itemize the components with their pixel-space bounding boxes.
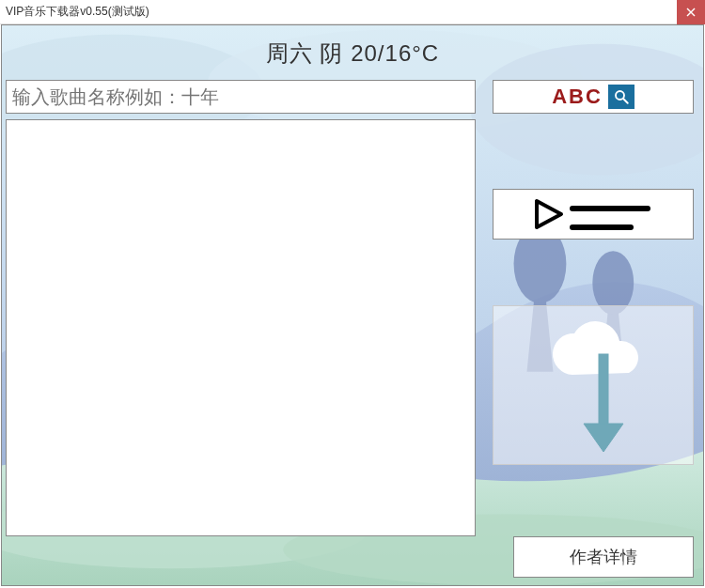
cloud-download-icon xyxy=(537,315,650,456)
main-area: ABC xyxy=(2,80,703,536)
play-button[interactable] xyxy=(493,189,694,240)
close-icon xyxy=(686,8,696,17)
results-list[interactable] xyxy=(6,119,476,536)
app-body: 周六 阴 20/16°C ABC xyxy=(1,24,704,586)
titlebar: VIP音乐下载器v0.55(测试版) xyxy=(0,0,705,24)
svg-rect-16 xyxy=(599,354,608,427)
author-info-button[interactable]: 作者详情 xyxy=(513,536,694,578)
left-column xyxy=(6,80,476,536)
download-button[interactable] xyxy=(493,305,694,465)
spelling-search-button[interactable]: ABC xyxy=(493,80,694,114)
song-search-input[interactable] xyxy=(6,80,476,114)
window-title: VIP音乐下载器v0.55(测试版) xyxy=(6,4,149,20)
abc-label: ABC xyxy=(552,85,603,109)
svg-line-13 xyxy=(623,99,628,103)
svg-marker-17 xyxy=(584,424,623,452)
author-info-label: 作者详情 xyxy=(570,546,637,568)
right-column: ABC xyxy=(493,80,694,536)
search-icon xyxy=(608,85,634,109)
weather-header: 周六 阴 20/16°C xyxy=(2,25,703,80)
play-icon xyxy=(527,193,659,235)
close-button[interactable] xyxy=(677,0,705,24)
